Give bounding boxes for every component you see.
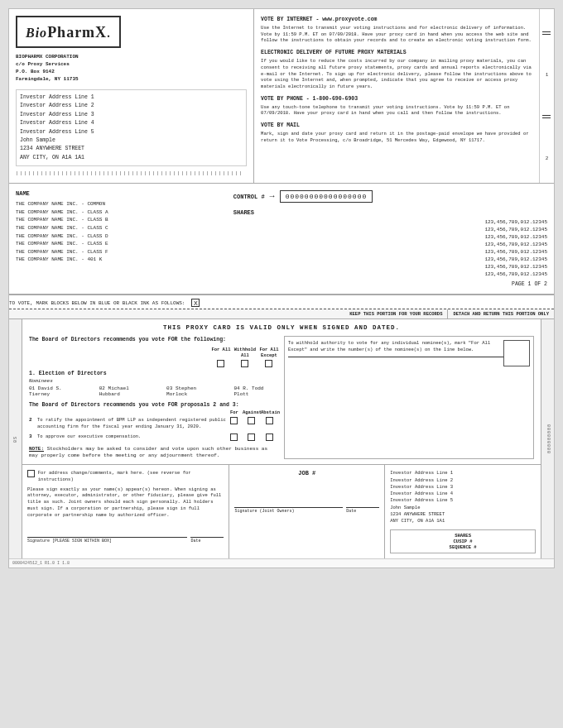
mark-2: 2 bbox=[546, 156, 549, 161]
signature-label: Signature [PLEASE SIGN WITHIN BOX] bbox=[27, 539, 187, 544]
company-address: BIOPHARMX CORPORATION c/o Proxy Services… bbox=[16, 53, 247, 83]
fold-mark-1 bbox=[542, 31, 551, 32]
for-header: For bbox=[226, 410, 243, 415]
checkbox-for-all[interactable] bbox=[217, 360, 224, 367]
bottom-left-col: For address change/comments, mark here. … bbox=[22, 465, 229, 558]
proposal-2-against[interactable] bbox=[248, 417, 255, 424]
mark-1: 1 bbox=[546, 72, 549, 78]
right-bar-text: 000000000 bbox=[546, 424, 551, 454]
logo-box: BioPharmX. bbox=[16, 16, 121, 48]
proposal-2-num: 2 bbox=[29, 417, 37, 423]
bottom-number-bar: 0000424512_1 R1.0 I 1.8 bbox=[9, 558, 554, 568]
date-label: Date bbox=[190, 539, 224, 544]
proxy-card-outer: 0S THIS PROXY CARD IS VALID ONLY WHEN SI… bbox=[9, 319, 554, 558]
election-title: 1. Election of Directors bbox=[29, 371, 279, 376]
joint-sig-field[interactable] bbox=[234, 495, 343, 508]
corner-box bbox=[503, 340, 530, 366]
phone-vote-text: Use any touch-tone telephone to transmit… bbox=[261, 104, 532, 117]
board-recommend2: The Board of Directors recommends you vo… bbox=[29, 402, 279, 408]
board-recommend-text: The Board of Directors recommends you vo… bbox=[29, 336, 279, 343]
bottom-section: For address change/comments, mark here. … bbox=[22, 464, 541, 558]
internet-vote-title: VOTE BY INTERNET - www.proxyvote.com bbox=[261, 16, 532, 23]
nominees-label: Nominees bbox=[29, 378, 279, 384]
note-text: Stockholders may be asked to consider an… bbox=[29, 446, 267, 458]
proxy-card-title: THIS PROXY CARD IS VALID ONLY WHEN SIGNE… bbox=[29, 324, 534, 331]
checkbox-withhold-all[interactable] bbox=[241, 360, 248, 367]
barcode: ||||||||||||||||||||||||||||||||||||||||… bbox=[16, 171, 247, 176]
proposal-2-text: To ratify the appointment of BPM LLP as … bbox=[37, 417, 226, 429]
company-logo: BioPharmX. bbox=[26, 22, 111, 41]
proxy-right-col: To withhold authority to vote for any in… bbox=[284, 336, 534, 459]
address-change-text: For address change/comments, mark here. … bbox=[38, 470, 224, 482]
abstain-header: Abstain bbox=[261, 410, 279, 415]
address-change-checkbox[interactable] bbox=[27, 470, 35, 477]
sidebar-text: 0S bbox=[13, 436, 18, 443]
keep-portion-header: KEEP THIS PORTION FOR YOUR RECORDS DETAC… bbox=[9, 309, 554, 319]
bottom-right-col: Investor Address Line 1 Investor Address… bbox=[385, 465, 541, 558]
joint-date-label: Date bbox=[346, 509, 379, 515]
note-section: NOTE: Stockholders may be asked to consi… bbox=[29, 446, 279, 460]
withhold-instruction: To withhold authority to vote for any in… bbox=[288, 340, 530, 352]
electronic-delivery-text: If you would like to reduce the costs in… bbox=[261, 58, 532, 89]
proposal-3-abstain[interactable] bbox=[266, 433, 273, 441]
header-withhold: Withhold All bbox=[233, 347, 257, 358]
internet-vote-text: Use the Internet to transmit your voting… bbox=[261, 25, 532, 44]
investor-address-top: Investor Address Line 1 Investor Address… bbox=[16, 89, 247, 166]
bottom-investor-address: Investor Address Line 1 Investor Address… bbox=[390, 470, 536, 524]
shares-rows: 123,456,789,012.12345 123,456,789,012.12… bbox=[233, 218, 547, 278]
proposal-2-row: 2 To ratify the appointment of BPM LLP a… bbox=[29, 417, 279, 429]
header-except: For All Except bbox=[259, 347, 279, 358]
mail-vote-title: VOTE BY MAIL bbox=[261, 122, 532, 129]
proposal-3-for[interactable] bbox=[230, 433, 238, 441]
nominees-row: 01 David S. Tierney 02 Michael Hubbard 0… bbox=[29, 386, 279, 397]
joint-date-field[interactable] bbox=[346, 495, 379, 508]
left-sidebar: 0S bbox=[9, 319, 22, 558]
proxy-left-col: The Board of Directors recommends you vo… bbox=[29, 336, 279, 459]
top-right-instructions: VOTE BY INTERNET - www.proxyvote.com Use… bbox=[254, 9, 539, 183]
signature-field[interactable] bbox=[27, 524, 187, 538]
proposal-3-row: 3 To approve our executive compensation. bbox=[29, 433, 279, 441]
arrow-icon: → bbox=[270, 192, 275, 201]
sign-instruction: Please sign exactly as your name(s) appe… bbox=[27, 486, 224, 518]
note-label: NOTE: bbox=[29, 446, 44, 452]
name-label: NAME bbox=[16, 190, 225, 197]
proposal-2-for[interactable] bbox=[230, 417, 238, 424]
write-in-line bbox=[288, 357, 530, 357]
mail-vote-text: Mark, sign and date your proxy card and … bbox=[261, 131, 532, 143]
checkbox-except[interactable] bbox=[265, 360, 272, 367]
control-label: CONTROL # bbox=[233, 194, 265, 200]
proposal-3-text: To approve our executive compensation. bbox=[37, 433, 226, 440]
control-row: CONTROL # → 00000000000000000 bbox=[233, 190, 547, 203]
page-info: PAGE 1 OF 2 bbox=[233, 281, 547, 287]
detach-label: DETACH AND RETURN THIS PORTION ONLY bbox=[447, 309, 554, 318]
proposal-3-num: 3 bbox=[29, 433, 37, 439]
control-number: 00000000000000000 bbox=[280, 190, 373, 203]
proposal-3-against[interactable] bbox=[248, 433, 255, 441]
phone-vote-title: VOTE BY PHONE - 1-800-690-6903 bbox=[261, 95, 532, 103]
middle-section: NAME THE COMPANY NAME INC. - COMMON THE … bbox=[9, 184, 554, 295]
proxy-card: THIS PROXY CARD IS VALID ONLY WHEN SIGNE… bbox=[22, 319, 541, 558]
right-sidebar: 000000000 bbox=[541, 319, 554, 558]
date-field[interactable] bbox=[190, 524, 224, 538]
document-id: 0000424512_1 R1.0 I 1.8 bbox=[12, 561, 70, 566]
proposal-2-abstain[interactable] bbox=[266, 417, 273, 424]
mark-instruction-row: TO VOTE, MARK BLOCKS BELOW IN BLUE OR BL… bbox=[9, 295, 554, 309]
keep-label: KEEP THIS PORTION FOR YOUR RECORDS bbox=[344, 309, 447, 318]
job-label: JOB # bbox=[234, 470, 379, 478]
fold-mark-4 bbox=[542, 117, 551, 118]
company-list: THE COMPANY NAME INC. - COMMON THE COMPA… bbox=[16, 200, 225, 264]
fold-mark-3 bbox=[542, 115, 551, 116]
proxy-body: The Board of Directors recommends you vo… bbox=[29, 336, 534, 459]
bottom-middle-col: JOB # Signature (Joint Owners) Date bbox=[229, 465, 385, 558]
against-header: Against bbox=[243, 410, 261, 415]
electronic-delivery-title: ELECTRONIC DELIVERY OF FUTURE PROXY MATE… bbox=[261, 49, 532, 56]
shares-section: SHARES 123,456,789,012.12345 123,456,789… bbox=[233, 209, 547, 278]
example-checkbox: X bbox=[191, 299, 200, 307]
address-change-row: For address change/comments, mark here. … bbox=[27, 470, 224, 482]
joint-sig-label: Signature (Joint Owners) bbox=[234, 509, 343, 515]
shares-label: SHARES bbox=[233, 209, 547, 216]
header-for-all: For All bbox=[211, 347, 231, 358]
fold-mark-2 bbox=[542, 34, 551, 35]
shares-cusip-box: SHARES CUSIP # SEQUENCE # bbox=[390, 529, 536, 553]
mark-instruction-text: TO VOTE, MARK BLOCKS BELOW IN BLUE OR BL… bbox=[9, 300, 185, 306]
